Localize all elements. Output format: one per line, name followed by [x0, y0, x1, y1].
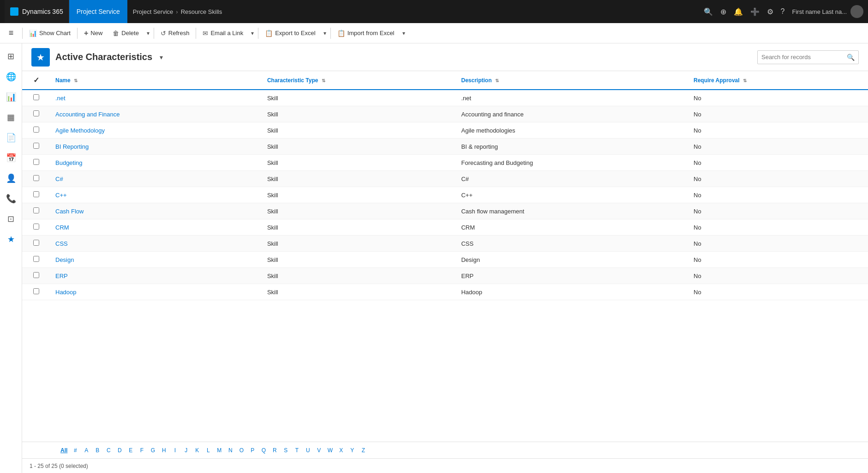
alpha-btn-j[interactable]: J — [181, 445, 191, 456]
circle-check-icon[interactable]: ⊕ — [720, 7, 726, 16]
row-check-cell[interactable] — [22, 187, 50, 203]
help-icon[interactable]: ? — [781, 7, 785, 16]
sidebar-item-document[interactable]: 📄 — [2, 128, 20, 147]
sort-approval-icon[interactable]: ⇅ — [743, 78, 747, 83]
row-checkbox[interactable] — [33, 224, 39, 230]
alpha-btn-f[interactable]: F — [137, 445, 146, 456]
breadcrumb-resource-skills[interactable]: Resource Skills — [181, 8, 222, 15]
sort-desc-icon[interactable]: ⇅ — [495, 78, 499, 83]
table-row[interactable]: BI Reporting Skill BI & reporting No — [22, 139, 868, 155]
row-name-cell[interactable]: CRM — [50, 219, 262, 236]
row-name-cell[interactable]: Cash Flow — [50, 203, 262, 219]
row-name-link[interactable]: Design — [55, 256, 74, 263]
plus-icon[interactable]: ➕ — [750, 7, 760, 16]
row-name-cell[interactable]: Hadoop — [50, 284, 262, 300]
sidebar-item-home[interactable]: ⊞ — [2, 47, 20, 66]
alpha-btn-b[interactable]: B — [93, 445, 102, 456]
table-row[interactable]: ERP Skill ERP No — [22, 268, 868, 284]
alpha-btn-c[interactable]: C — [104, 445, 113, 456]
delete-dropdown-button[interactable]: ▾ — [144, 26, 152, 41]
row-name-link[interactable]: C++ — [55, 192, 67, 199]
app-name[interactable]: Project Service — [69, 0, 127, 23]
row-check-cell[interactable] — [22, 155, 50, 171]
row-checkbox[interactable] — [33, 110, 39, 116]
alpha-btn-n[interactable]: N — [226, 445, 235, 456]
alpha-btn-p[interactable]: P — [248, 445, 257, 456]
delete-button[interactable]: 🗑 Delete — [108, 26, 144, 41]
export-excel-button[interactable]: 📋 Export to Excel — [260, 26, 320, 41]
alpha-btn-y[interactable]: Y — [347, 445, 357, 456]
row-name-cell[interactable]: Design — [50, 252, 262, 268]
alpha-btn-i[interactable]: I — [170, 445, 180, 456]
table-row[interactable]: CRM Skill CRM No — [22, 219, 868, 236]
col-name[interactable]: Name ⇅ — [50, 71, 262, 90]
alpha-btn-t[interactable]: T — [292, 445, 301, 456]
import-excel-button[interactable]: 📋 Import from Excel — [333, 26, 399, 41]
email-link-button[interactable]: ✉ Email a Link — [198, 26, 248, 41]
row-check-cell[interactable] — [22, 252, 50, 268]
alpha-btn-a[interactable]: A — [82, 445, 91, 456]
row-checkbox[interactable] — [33, 256, 39, 262]
user-area[interactable]: First name Last na... — [792, 5, 864, 18]
page-title-chevron-icon[interactable]: ▾ — [160, 54, 163, 61]
alpha-btn-k[interactable]: K — [192, 445, 202, 456]
alpha-btn-g[interactable]: G — [148, 445, 157, 456]
table-row[interactable]: Budgeting Skill Forecasting and Budgetin… — [22, 155, 868, 171]
search-box[interactable]: 🔍 — [757, 50, 859, 64]
row-name-link[interactable]: ERP — [55, 273, 68, 279]
sort-type-icon[interactable]: ⇅ — [322, 78, 325, 83]
row-name-cell[interactable]: .net — [50, 90, 262, 106]
alpha-btn-s[interactable]: S — [281, 445, 290, 456]
row-check-cell[interactable] — [22, 122, 50, 139]
row-name-link[interactable]: C# — [55, 176, 63, 182]
row-name-cell[interactable]: C# — [50, 171, 262, 187]
row-name-link[interactable]: Hadoop — [55, 289, 77, 296]
search-input[interactable] — [761, 54, 847, 61]
row-name-link[interactable]: CSS — [55, 240, 68, 247]
alpha-btn-x[interactable]: X — [336, 445, 346, 456]
alpha-btn-m[interactable]: M — [215, 445, 224, 456]
row-checkbox[interactable] — [33, 240, 39, 246]
gear-icon[interactable]: ⚙ — [767, 7, 773, 16]
row-check-cell[interactable] — [22, 284, 50, 300]
row-name-link[interactable]: Agile Methodology — [55, 127, 105, 134]
table-row[interactable]: C# Skill C# No — [22, 171, 868, 187]
breadcrumb-project-service[interactable]: Project Service — [133, 8, 173, 15]
sidebar-item-phone[interactable]: 📞 — [2, 189, 20, 208]
col-description[interactable]: Description ⇅ — [455, 71, 688, 90]
row-check-cell[interactable] — [22, 203, 50, 219]
row-name-cell[interactable]: BI Reporting — [50, 139, 262, 155]
alpha-btn-z[interactable]: Z — [359, 445, 368, 456]
select-all-icon[interactable]: ✓ — [33, 76, 39, 85]
row-checkbox[interactable] — [33, 127, 39, 133]
row-check-cell[interactable] — [22, 171, 50, 187]
row-check-cell[interactable] — [22, 106, 50, 122]
table-row[interactable]: Accounting and Finance Skill Accounting … — [22, 106, 868, 122]
row-checkbox[interactable] — [33, 143, 39, 149]
row-name-link[interactable]: Accounting and Finance — [55, 111, 120, 118]
row-name-cell[interactable]: Budgeting — [50, 155, 262, 171]
col-type[interactable]: Characteristic Type ⇅ — [262, 71, 456, 90]
row-name-cell[interactable]: CSS — [50, 236, 262, 252]
row-name-link[interactable]: Budgeting — [55, 159, 83, 166]
row-checkbox[interactable] — [33, 288, 39, 294]
table-row[interactable]: Cash Flow Skill Cash flow management No — [22, 203, 868, 219]
sidebar-item-grid[interactable]: ▦ — [2, 108, 20, 127]
alpha-btn-o[interactable]: O — [237, 445, 246, 456]
alpha-btn-d[interactable]: D — [115, 445, 124, 456]
alpha-btn-u[interactable]: U — [303, 445, 312, 456]
sidebar-item-chart[interactable]: 📊 — [2, 88, 20, 106]
col-check[interactable]: ✓ — [22, 71, 50, 90]
table-row[interactable]: Hadoop Skill Hadoop No — [22, 284, 868, 300]
row-name-link[interactable]: CRM — [55, 224, 69, 231]
sort-name-icon[interactable]: ⇅ — [74, 78, 78, 83]
search-nav-icon[interactable]: 🔍 — [704, 7, 713, 16]
row-name-link[interactable]: .net — [55, 95, 66, 102]
row-checkbox[interactable] — [33, 175, 39, 181]
row-name-cell[interactable]: C++ — [50, 187, 262, 203]
row-checkbox[interactable] — [33, 94, 39, 100]
row-name-link[interactable]: Cash Flow — [55, 208, 84, 215]
sidebar-item-star[interactable]: ★ — [2, 230, 20, 249]
row-checkbox[interactable] — [33, 207, 39, 213]
alpha-btn-q[interactable]: Q — [259, 445, 268, 456]
